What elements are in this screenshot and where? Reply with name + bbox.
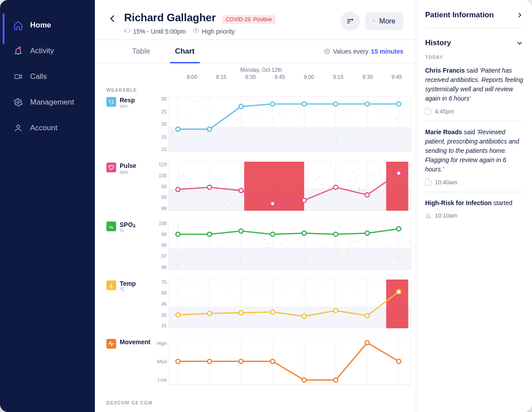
svg-point-229 <box>231 243 232 245</box>
svg-point-147 <box>183 191 184 192</box>
svg-point-97 <box>302 102 306 106</box>
sidebar-item-activity[interactable]: Activity <box>0 38 95 64</box>
svg-point-132 <box>227 185 228 187</box>
svg-point-364 <box>239 311 243 315</box>
metric-pulse: Pulse bpm 120100806040 <box>106 162 416 211</box>
metric-unit: bpm <box>120 170 136 175</box>
svg-point-305 <box>207 287 208 288</box>
svg-point-220 <box>264 239 266 240</box>
svg-point-335 <box>335 295 336 297</box>
battery-status: 15% - Until 5:00pm <box>124 28 186 35</box>
metric-move: Movement HighMedLow <box>106 338 416 385</box>
svg-point-330 <box>301 288 303 290</box>
svg-point-381 <box>239 359 243 363</box>
svg-point-167 <box>409 171 410 172</box>
svg-point-222 <box>182 254 184 255</box>
sidebar-item-label: Activity <box>30 47 54 55</box>
svg-point-45 <box>336 140 338 141</box>
svg-point-83 <box>259 106 260 108</box>
svg-point-212 <box>393 230 394 232</box>
more-button[interactable]: More <box>365 12 403 30</box>
metric-unit: % <box>120 228 136 233</box>
svg-point-226 <box>254 228 255 229</box>
svg-point-382 <box>270 359 274 363</box>
add-filter-button[interactable] <box>340 12 360 31</box>
history-entry[interactable]: High-Risk for Infection started 10:10am <box>425 192 523 225</box>
svg-point-302 <box>199 301 200 302</box>
svg-point-55 <box>263 128 265 130</box>
svg-point-316 <box>182 302 183 303</box>
svg-point-125 <box>285 195 286 196</box>
metric-unit: °C <box>120 287 136 292</box>
metric-name: Movement <box>120 339 150 346</box>
svg-point-156 <box>392 181 393 182</box>
svg-rect-22 <box>168 127 411 152</box>
history-today-label: TODAY <box>425 50 523 60</box>
time-tick: 8:15 <box>207 74 236 80</box>
svg-point-348 <box>380 323 381 324</box>
chevron-down-icon <box>516 39 523 47</box>
chart-resp <box>168 96 411 152</box>
svg-rect-201 <box>168 248 411 270</box>
back-button[interactable] <box>106 12 119 25</box>
svg-point-161 <box>192 190 193 192</box>
svg-point-122 <box>233 195 235 196</box>
patient-info-section[interactable]: Patient Information <box>425 0 523 28</box>
svg-point-140 <box>183 175 184 176</box>
svg-point-202 <box>259 253 260 255</box>
sidebar-item-management[interactable]: Management <box>0 89 95 115</box>
svg-point-275 <box>270 232 274 236</box>
metric-name: Resp <box>120 97 135 104</box>
history-entry[interactable]: Chris Francis said 'Patient has received… <box>425 60 523 121</box>
svg-point-27 <box>190 147 192 148</box>
svg-point-279 <box>397 227 401 231</box>
svg-point-347 <box>276 315 277 317</box>
chart-time-axis: 8:008:158:308:459:009:159:309:45 <box>106 74 411 82</box>
sidebar-item-home[interactable]: Home <box>0 12 95 38</box>
chart-temp <box>168 280 411 329</box>
svg-point-231 <box>350 244 351 245</box>
svg-point-237 <box>396 264 397 265</box>
svg-point-326 <box>389 315 391 316</box>
resp-icon <box>106 97 116 107</box>
svg-point-263 <box>346 252 347 253</box>
svg-point-41 <box>358 129 359 130</box>
svg-point-336 <box>401 303 403 304</box>
svg-point-166 <box>361 180 363 182</box>
svg-point-296 <box>234 310 235 311</box>
history-section[interactable]: History <box>425 28 523 50</box>
svg-point-28 <box>247 128 249 129</box>
sidebar-item-account[interactable]: Account <box>0 115 95 141</box>
svg-point-117 <box>214 178 215 179</box>
svg-point-176 <box>255 190 257 192</box>
priority-up-icon <box>193 27 200 34</box>
svg-point-52 <box>346 134 347 135</box>
svg-point-313 <box>251 307 253 308</box>
svg-point-26 <box>278 145 279 147</box>
svg-point-251 <box>325 235 326 237</box>
svg-point-210 <box>280 243 282 245</box>
svg-point-138 <box>364 191 366 193</box>
svg-point-118 <box>287 179 289 180</box>
svg-point-129 <box>243 183 244 184</box>
svg-point-331 <box>332 299 333 300</box>
bell-icon <box>425 213 431 219</box>
values-every[interactable]: Values every 15 minutes <box>324 48 403 55</box>
history-entry[interactable]: Marie Roads said 'Reviewed patient, pres… <box>425 121 523 192</box>
svg-point-178 <box>180 176 181 177</box>
chart-area[interactable]: Monday, Oct 12th 8:008:158:308:459:009:1… <box>95 63 416 412</box>
sidebar-item-calls[interactable]: Calls <box>0 64 95 89</box>
svg-point-71 <box>242 128 243 130</box>
svg-point-72 <box>277 140 278 142</box>
svg-point-124 <box>330 167 332 168</box>
svg-point-31 <box>253 107 254 108</box>
tab-table[interactable]: Table <box>129 40 153 63</box>
svg-point-187 <box>302 198 306 202</box>
svg-point-306 <box>208 284 209 285</box>
tab-chart[interactable]: Chart <box>172 40 197 63</box>
svg-point-322 <box>250 314 251 315</box>
svg-point-165 <box>407 175 408 176</box>
metric-name: SPO₂ <box>120 222 136 228</box>
svg-point-29 <box>274 122 276 123</box>
svg-point-233 <box>349 258 351 259</box>
